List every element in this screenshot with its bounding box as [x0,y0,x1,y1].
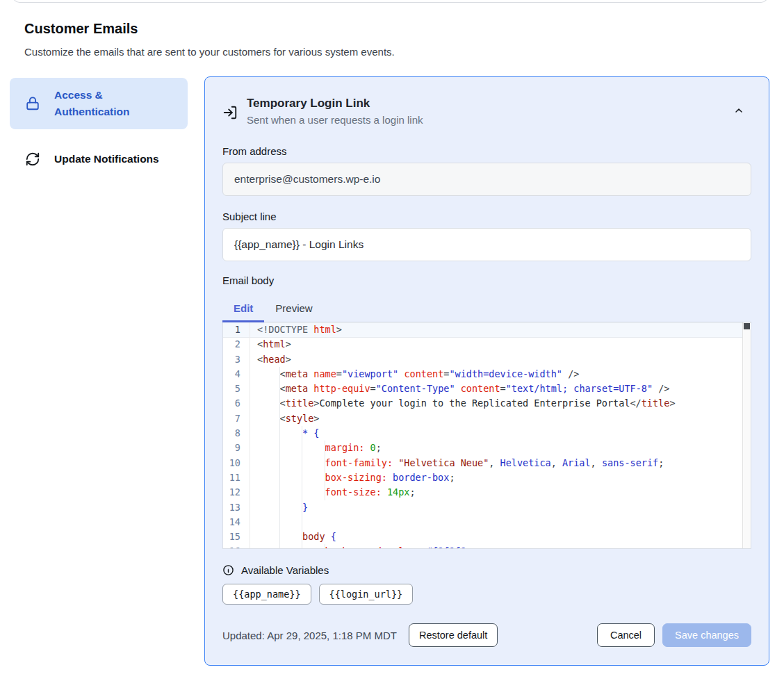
code-line: 7 <style> [223,411,751,426]
code-line-content: <head> [250,352,751,367]
code-line-content: <meta name="viewport" content="width=dev… [250,367,751,381]
subject-line-label: Subject line [222,211,751,222]
variable-chips: {{app_name}} {{login_url}} [222,584,751,605]
code-line: 8 * { [223,426,751,441]
chevron-up-icon [733,105,750,116]
sidebar-item-access-authentication[interactable]: Access & Authentication [10,78,188,129]
editor-scrollbar-thumb[interactable] [744,323,750,329]
code-line-content [250,515,751,530]
code-line-content: body { [250,530,751,544]
line-number: 16 [223,544,250,549]
code-editor-lines: 1<!DOCTYPE html>2<html>3<head>4 <meta na… [223,322,751,549]
from-address-input[interactable] [222,163,751,196]
line-number: 1 [223,322,250,337]
previous-card-bottom-edge [13,0,768,3]
code-line-content: box-sizing: border-box; [250,470,751,485]
code-line: 3<head> [223,352,751,367]
line-number: 9 [223,441,250,455]
page-title: Customer Emails [24,21,138,37]
line-number: 3 [223,352,250,367]
email-types-sidebar: Access & Authentication Update Notificat… [10,78,188,176]
email-body-label: Email body [222,274,751,286]
editor-scrollbar[interactable] [742,322,751,548]
panel-header-text: Temporary Login Link Sent when a user re… [247,95,423,129]
code-line-content: <html> [250,337,751,352]
line-number: 11 [223,470,250,485]
code-line: 10 font-family: "Helvetica Neue", Helvet… [223,456,751,470]
sidebar-item-label: Update Notifications [54,151,159,167]
page-subtitle: Customize the emails that are sent to yo… [24,46,395,58]
subject-line-input[interactable] [222,228,751,261]
code-line-content: * { [250,426,751,441]
panel-header: Temporary Login Link Sent when a user re… [222,95,751,129]
code-line: 5 <meta http-equiv="Content-Type" conten… [223,381,751,396]
lock-icon [25,96,40,111]
refresh-icon [25,151,40,167]
code-line: 15 body { [223,530,751,544]
line-number: 8 [223,426,250,441]
code-line: 4 <meta name="viewport" content="width=d… [223,367,751,381]
line-number: 7 [223,411,250,426]
restore-default-button[interactable]: Restore default [409,623,498,647]
code-line-content: <style> [250,411,751,426]
save-changes-button[interactable]: Save changes [662,623,751,647]
from-address-label: From address [222,145,751,157]
code-editor[interactable]: 1<!DOCTYPE html>2<html>3<head>4 <meta na… [222,322,751,549]
temporary-login-link-panel: Temporary Login Link Sent when a user re… [204,76,769,666]
line-number: 5 [223,381,250,396]
sidebar-item-update-notifications[interactable]: Update Notifications [10,142,188,176]
line-number: 2 [223,337,250,352]
line-number: 14 [223,515,250,530]
line-number: 12 [223,485,250,500]
panel-footer: Updated: Apr 29, 2025, 1:18 PM MDT Resto… [222,623,751,647]
code-line-content: font-family: "Helvetica Neue", Helvetica… [250,456,751,470]
code-line-content: <!DOCTYPE html> [250,322,751,337]
line-number: 6 [223,396,250,411]
cancel-button[interactable]: Cancel [597,623,655,647]
panel-subtitle: Sent when a user requests a login link [247,112,423,129]
available-variables-row: Available Variables [222,564,751,576]
collapse-panel-button[interactable] [733,102,750,119]
code-line-content: } [250,500,751,515]
code-line: 9 margin: 0; [223,441,751,455]
panel-title: Temporary Login Link [247,95,423,112]
sidebar-item-label: Access & Authentication [54,87,178,120]
email-body-tabbar: Edit Preview [222,296,751,322]
line-number: 13 [223,500,250,515]
code-line: 13 } [223,500,751,515]
line-number: 15 [223,530,250,544]
code-line: 1<!DOCTYPE html> [223,322,751,337]
code-line: 12 font-size: 14px; [223,485,751,500]
code-line: 14 [223,515,751,530]
code-line-content: background-color: #f9f9f9; [250,544,751,549]
code-line: 16 background-color: #f9f9f9; [223,544,751,549]
line-number: 4 [223,367,250,381]
code-line-content: <title>Complete your login to the Replic… [250,396,751,411]
info-icon [222,564,234,576]
code-line-content: font-size: 14px; [250,485,751,500]
code-line: 11 box-sizing: border-box; [223,470,751,485]
tab-edit[interactable]: Edit [222,296,264,322]
available-variables-label: Available Variables [241,564,329,576]
variable-chip-login-url[interactable]: {{login_url}} [319,584,414,605]
code-line-content: <meta http-equiv="Content-Type" content=… [250,381,751,396]
variable-chip-app-name[interactable]: {{app_name}} [222,584,311,605]
updated-timestamp: Updated: Apr 29, 2025, 1:18 PM MDT [222,630,397,641]
code-line: 2<html> [223,337,751,352]
code-line-content: margin: 0; [250,441,751,455]
code-line: 6 <title>Complete your login to the Repl… [223,396,751,411]
tab-preview[interactable]: Preview [264,296,323,322]
line-number: 10 [223,456,250,470]
login-icon [222,105,238,120]
